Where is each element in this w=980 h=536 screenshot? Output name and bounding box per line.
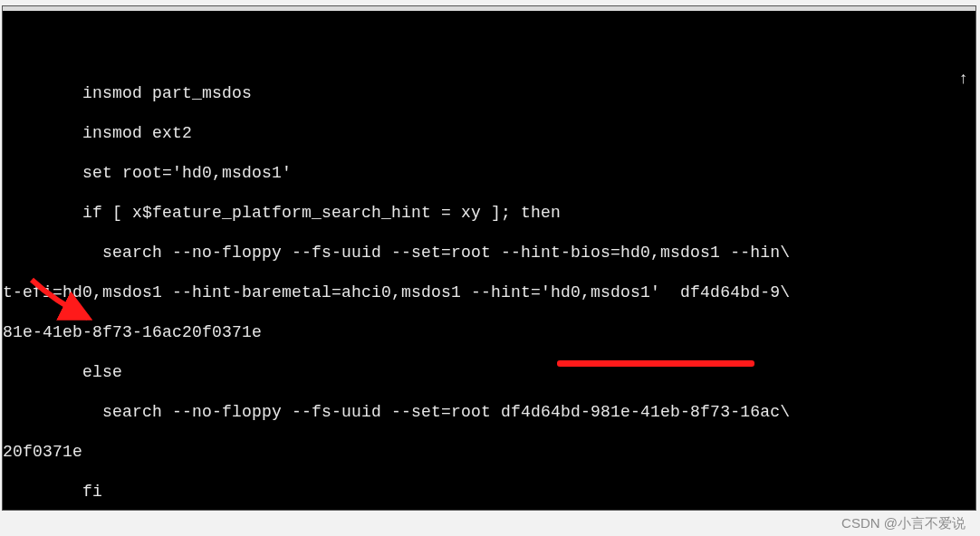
watermark: CSDN @小言不爱说 — [841, 515, 966, 532]
scroll-up-icon: ↑ — [958, 70, 968, 88]
code-line: insmod part_msdos — [3, 83, 975, 103]
code-line: 20f0371e — [3, 442, 975, 462]
grub-editor[interactable]: insmod part_msdos insmod ext2 set root='… — [3, 14, 975, 510]
code-line: fi — [3, 482, 975, 502]
window-titlebar — [3, 6, 975, 11]
code-line: search --no-floppy --fs-uuid --set=root … — [3, 243, 975, 263]
code-line: if [ x$feature_platform_search_hint = xy… — [3, 203, 975, 223]
code-line: insmod ext2 — [3, 123, 975, 143]
code-line: t-efi=hd0,msdos1 --hint-baremetal=ahci0,… — [3, 282, 975, 302]
code-line: search --no-floppy --fs-uuid --set=root … — [3, 402, 975, 422]
terminal-window: insmod part_msdos insmod ext2 set root='… — [2, 5, 976, 511]
code-line: set root='hd0,msdos1' — [3, 163, 975, 183]
code-line: else — [3, 362, 975, 382]
code-line: 81e-41eb-8f73-16ac20f0371e — [3, 322, 975, 342]
